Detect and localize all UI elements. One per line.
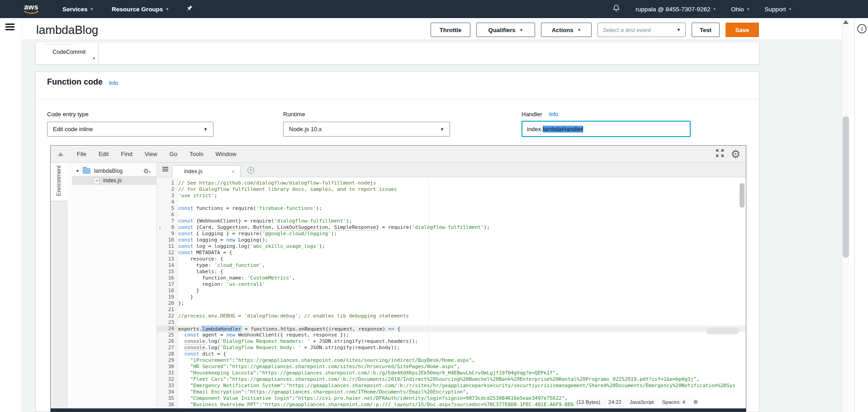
test-event-select[interactable]: Select a test event▼ (598, 23, 686, 37)
line-number[interactable]: 6 (157, 212, 178, 218)
editor-menu-view[interactable]: View (145, 151, 157, 157)
tree-settings-gear-icon[interactable]: ⚙▾ (143, 167, 151, 175)
code-line[interactable]: type: 'cloud_function', (178, 262, 746, 269)
line-number[interactable]: 7 (157, 218, 178, 224)
cursor-position-status[interactable]: 24:22 (608, 399, 621, 405)
aws-logo[interactable]: aws (24, 4, 39, 14)
line-number[interactable]: 22 (157, 313, 178, 319)
indentation-status[interactable]: Spaces: 4 (662, 399, 685, 405)
topnav-menu-resource-groups[interactable]: Resource Groups▾ (112, 6, 168, 13)
tree-file-row-selected[interactable]: <> index.js (72, 176, 157, 185)
fullscreen-icon[interactable] (716, 149, 724, 159)
code-line[interactable]: }; (178, 300, 746, 307)
line-number[interactable]: 10 (157, 237, 178, 243)
page-scrollbar-thumb[interactable] (843, 116, 849, 258)
line-number[interactable]: 35 (157, 395, 178, 402)
code-line[interactable]: const {Card, Suggestion, Button, LinkOut… (178, 224, 746, 231)
code-line[interactable]: } (178, 288, 746, 294)
code-line[interactable]: "iProcurement":"https://geappliances.sha… (178, 357, 746, 364)
code-line[interactable]: "Email Encryption":"https://geappliances… (178, 389, 746, 395)
tab-index-js[interactable]: index.js × (172, 165, 241, 177)
line-number[interactable]: 20 (157, 300, 178, 307)
code-line[interactable]: console.log('Dialogflow Request body: ' … (178, 345, 746, 351)
line-number[interactable]: 26 (157, 338, 178, 345)
account-menu[interactable]: ruppala @ 8455-7307-9262▾ (636, 6, 716, 13)
code-line[interactable]: resource: { (178, 256, 746, 262)
code-line[interactable]: // for Dialogflow fulfillment library do… (178, 186, 746, 193)
trigger-item-codecommit[interactable]: CodeCommit (52, 49, 85, 55)
line-number[interactable]: 28 (157, 351, 178, 357)
line-number[interactable]: 15 (157, 269, 178, 275)
line-number[interactable]: 3 (157, 193, 178, 199)
code-line[interactable]: "Fleet Cars":"https://geappliances.share… (178, 376, 746, 383)
line-number[interactable]: 11 (157, 243, 178, 250)
line-number[interactable]: 25 (157, 332, 178, 338)
line-number[interactable]: 1 (157, 180, 178, 186)
line-number[interactable]: 30 (157, 364, 178, 370)
environment-tab[interactable]: Environment (51, 163, 67, 201)
code-line[interactable]: function_name: 'CustomMetrics', (178, 275, 746, 281)
info-circle-icon[interactable]: i (857, 24, 867, 33)
line-number[interactable]: 16 (157, 275, 178, 281)
test-button[interactable]: Test (692, 23, 720, 37)
code-line[interactable]: const agent = new WebhookClient({ reques… (178, 332, 746, 338)
throttle-button[interactable]: Throttle (431, 23, 470, 37)
trigger-list[interactable]: CodeCommit ▼ (36, 43, 99, 64)
hamburger-menu-icon[interactable] (5, 24, 14, 30)
line-number[interactable]: 17 (157, 281, 178, 288)
line-number[interactable]: 36 (157, 402, 178, 408)
editor-settings-gear-icon[interactable]: ⚙ (730, 149, 740, 160)
code-area[interactable]: 12345678i9101112131415161718192021222324… (157, 177, 746, 409)
editor-horizontal-scrollbar-thumb[interactable] (706, 327, 739, 334)
code-line[interactable]: const functions = require('firebase-func… (178, 205, 746, 212)
qualifiers-button[interactable]: Qualifiers▼ (476, 23, 535, 37)
folder-disclosure-icon[interactable]: ▼ (76, 169, 80, 173)
line-number[interactable]: 4 (157, 199, 178, 205)
line-number[interactable]: 5 (157, 205, 178, 212)
code-line[interactable]: const METADATA = { (178, 250, 746, 256)
code-line[interactable]: region: 'us-central1' (178, 281, 746, 288)
code-line[interactable]: exports.lambdaHandler = functions.https.… (178, 326, 746, 332)
line-number[interactable]: 29 (157, 357, 178, 364)
topnav-menu-services[interactable]: Services▾ (62, 6, 93, 13)
code-line[interactable] (178, 212, 746, 218)
handler-info-link[interactable]: Info (549, 111, 558, 118)
code-line[interactable]: 'use strict'; (178, 193, 746, 199)
code-line[interactable]: } (178, 294, 746, 300)
line-number[interactable]: 27 (157, 345, 178, 351)
code-line[interactable]: console.log('Dialogflow Request headers:… (178, 338, 746, 345)
code-line[interactable]: "HR Secured":"https://geappliances.share… (178, 364, 746, 370)
line-number[interactable]: 23 (157, 319, 178, 326)
list-scroll-down-icon[interactable]: ▼ (92, 57, 96, 61)
line-number[interactable]: 33 (157, 383, 178, 389)
notifications-bell-icon[interactable] (612, 4, 620, 14)
line-number[interactable]: 13 (157, 256, 178, 262)
code-line[interactable]: const {WebhookClient} = require('dialogf… (178, 218, 746, 224)
line-number[interactable]: 12 (157, 250, 178, 256)
pin-icon[interactable] (186, 5, 193, 14)
line-number[interactable]: 18 (157, 288, 178, 294)
code-line[interactable] (178, 307, 746, 313)
new-tab-plus-icon[interactable]: + (247, 167, 254, 174)
editor-menu-go[interactable]: Go (170, 151, 177, 157)
scrollbar-up-arrow[interactable] (843, 20, 849, 24)
line-number[interactable]: 8i (157, 224, 178, 231)
code-entry-type-select[interactable]: Edit code inline▼ (47, 122, 213, 137)
tab-list-icon[interactable] (162, 167, 168, 173)
save-button[interactable]: Save (726, 23, 759, 37)
handler-input[interactable]: index.lambdaHandler (522, 121, 691, 137)
editor-menu-edit[interactable]: Edit (99, 151, 109, 157)
function-code-info-link[interactable]: Info (109, 80, 118, 86)
line-number[interactable]: 9 (157, 231, 178, 237)
code-line[interactable]: const dict = { (178, 351, 746, 357)
line-number[interactable]: 34 (157, 389, 178, 395)
code-line[interactable] (178, 199, 746, 205)
line-number[interactable]: 24 (157, 326, 178, 332)
code-line[interactable] (178, 319, 746, 326)
support-menu[interactable]: Support▾ (764, 6, 791, 13)
code-line[interactable]: const log = logging.log('abc_skills_usag… (178, 243, 746, 250)
gutter-info-annotation-icon[interactable]: i (159, 224, 161, 231)
line-number[interactable]: 32 (157, 376, 178, 383)
line-number[interactable]: 19 (157, 294, 178, 300)
actions-button[interactable]: Actions▼ (541, 23, 592, 37)
